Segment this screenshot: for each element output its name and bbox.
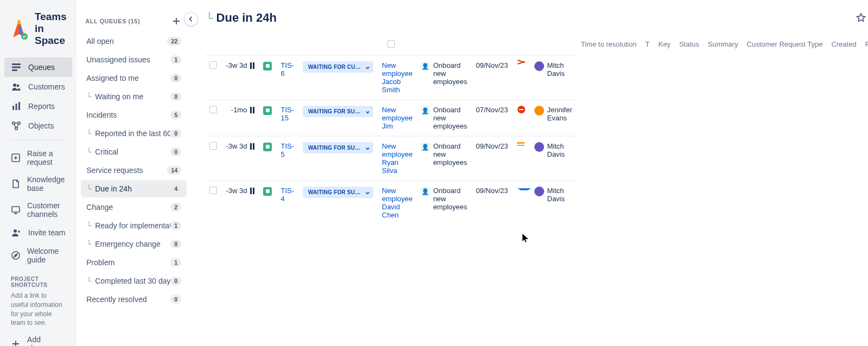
table-row[interactable]: -1moTIS-15WAITING FOR SUPP...New employe… xyxy=(205,100,576,136)
queue-item[interactable]: Assigned to me0 xyxy=(81,69,187,87)
th-summary[interactable]: Summary xyxy=(704,35,743,55)
tree-indent-icon: └ xyxy=(86,240,92,248)
nav-customers[interactable]: Customers xyxy=(4,77,72,97)
status-dropdown[interactable]: WAITING FOR SUPP... xyxy=(303,106,373,117)
queue-item[interactable]: Service requests14 xyxy=(81,162,187,179)
queue-item[interactable]: Recently resolved0 xyxy=(81,291,187,308)
queue-item[interactable]: Problem1 xyxy=(81,254,187,271)
svg-rect-8 xyxy=(16,104,17,110)
collapse-sidebar-button[interactable] xyxy=(184,12,198,26)
tree-indent-icon: └ xyxy=(86,129,92,138)
shortcuts-description: Add a link to useful information for you… xyxy=(4,291,72,328)
queue-item[interactable]: └Due in 24h4 xyxy=(81,180,187,197)
nav-objects[interactable]: Objects xyxy=(4,116,72,136)
issue-key-link[interactable]: TIS-6 xyxy=(280,61,294,78)
add-shortcut-label: Add shortcut xyxy=(27,335,66,346)
queue-item[interactable]: Change2 xyxy=(81,198,187,216)
tree-indent-icon: └ xyxy=(86,148,92,156)
nav-queues[interactable]: Queues xyxy=(4,57,72,77)
avatar-icon xyxy=(534,187,544,196)
reporter[interactable]: Jennifer Evans xyxy=(534,106,572,122)
summary-link[interactable]: New employee Ryan Silva xyxy=(382,142,412,175)
th-created[interactable]: Created xyxy=(827,35,860,55)
status-dropdown[interactable]: WAITING FOR SUPP... xyxy=(303,142,373,153)
svg-point-0 xyxy=(17,20,21,24)
summary-link[interactable]: New employee David Chen xyxy=(382,187,412,219)
chevron-down-icon xyxy=(365,110,370,115)
table-row[interactable]: -3w 3dTIS-6WAITING FOR CUST...New employ… xyxy=(205,55,576,100)
th-time-to-resolution[interactable]: Time to resolution xyxy=(577,35,641,55)
request-type-icon: 👤 xyxy=(421,143,430,151)
queue-label: Assigned to me xyxy=(86,74,139,82)
reporter[interactable]: Mitch Davis xyxy=(534,61,572,78)
chevron-down-icon xyxy=(365,190,370,196)
th-priority[interactable]: P xyxy=(861,35,868,55)
nav-reports[interactable]: Reports xyxy=(4,97,72,116)
issue-key-link[interactable]: TIS-4 xyxy=(280,187,294,203)
queue-count-badge: 0 xyxy=(170,277,181,285)
svg-point-10 xyxy=(12,122,15,125)
nav-customer-channels[interactable]: Customer channels xyxy=(4,197,72,223)
nav-invite-team[interactable]: Invite team xyxy=(4,223,72,242)
svg-rect-7 xyxy=(12,106,14,110)
th-status[interactable]: Status xyxy=(675,35,704,55)
row-checkbox[interactable] xyxy=(209,61,217,69)
queue-count-badge: 0 xyxy=(170,129,181,138)
add-shortcut-button[interactable]: Add shortcut xyxy=(4,328,72,346)
queue-item[interactable]: Incidents5 xyxy=(81,106,187,124)
queue-item[interactable]: └Ready for implementation1 xyxy=(81,217,187,234)
mouse-cursor-icon xyxy=(522,233,529,245)
priority-medium-icon xyxy=(517,142,526,150)
queue-item[interactable]: All open22 xyxy=(81,33,187,50)
th-key[interactable]: Key xyxy=(654,35,675,55)
created-date: 09/Nov/23 xyxy=(471,136,512,181)
brand: Teams in Space xyxy=(4,5,72,55)
queue-item[interactable]: Unassigned issues1 xyxy=(81,51,187,68)
table-row[interactable]: -3w 3dTIS-5WAITING FOR SUPP...New employ… xyxy=(205,136,576,181)
queue-item[interactable]: └Emergency change0 xyxy=(81,235,187,253)
th-request-type[interactable]: Customer Request Type xyxy=(742,35,827,55)
request-type-icon: 👤 xyxy=(421,187,430,196)
queue-label-text: Emergency change xyxy=(95,240,161,248)
row-checkbox[interactable] xyxy=(209,187,217,194)
nav-raise-request[interactable]: Raise a request xyxy=(4,145,72,171)
queues-header: ALL QUEUES (15) xyxy=(81,12,187,33)
issue-key-link[interactable]: TIS-15 xyxy=(280,106,294,122)
svg-point-5 xyxy=(13,84,16,87)
pause-icon xyxy=(250,62,254,69)
queue-item[interactable]: └Completed last 30 days0 xyxy=(81,272,187,290)
summary-link[interactable]: New employee Jim xyxy=(382,106,412,130)
project-logo-icon xyxy=(10,18,28,40)
reporter[interactable]: Mitch Davis xyxy=(534,187,572,203)
queue-label: Incidents xyxy=(86,111,117,119)
reporter[interactable]: Mitch Davis xyxy=(534,142,572,158)
chevron-down-icon xyxy=(365,65,370,71)
svg-point-6 xyxy=(17,85,20,87)
compass-icon xyxy=(11,250,21,261)
nav-welcome-guide[interactable]: Welcome guide xyxy=(4,242,72,268)
queue-item[interactable]: └Critical0 xyxy=(81,143,187,161)
queue-label: Change xyxy=(86,203,113,212)
nav-label: Welcome guide xyxy=(27,247,66,264)
pause-icon xyxy=(250,143,254,150)
row-checkbox[interactable] xyxy=(209,142,217,150)
table-row[interactable]: -3w 3dTIS-4WAITING FOR SUPP...New employ… xyxy=(205,181,576,225)
summary-link[interactable]: New employee Jacob Smith xyxy=(382,61,412,94)
status-dropdown[interactable]: WAITING FOR CUST... xyxy=(303,61,373,73)
queue-item[interactable]: └Waiting on me0 xyxy=(81,88,187,105)
add-queue-button[interactable] xyxy=(170,15,182,27)
page-title: └ Due in 24h xyxy=(205,11,276,25)
row-checkbox[interactable] xyxy=(209,106,217,113)
doc-icon xyxy=(11,178,21,189)
table-header: Time to resolution T Key Status Summary … xyxy=(205,35,868,55)
page-title-text: Due in 24h xyxy=(216,11,277,25)
nav-knowledge-base[interactable]: Knowledge base xyxy=(4,171,72,197)
priority-highest-icon xyxy=(517,61,526,69)
th-type[interactable]: T xyxy=(641,35,654,55)
issue-key-link[interactable]: TIS-5 xyxy=(280,142,294,158)
star-icon[interactable] xyxy=(855,12,867,24)
header-actions xyxy=(855,12,868,24)
queue-item[interactable]: └Reported in the last 60 ...0 xyxy=(81,125,187,142)
status-dropdown[interactable]: WAITING FOR SUPP... xyxy=(303,187,373,198)
select-all-checkbox[interactable] xyxy=(387,40,395,48)
